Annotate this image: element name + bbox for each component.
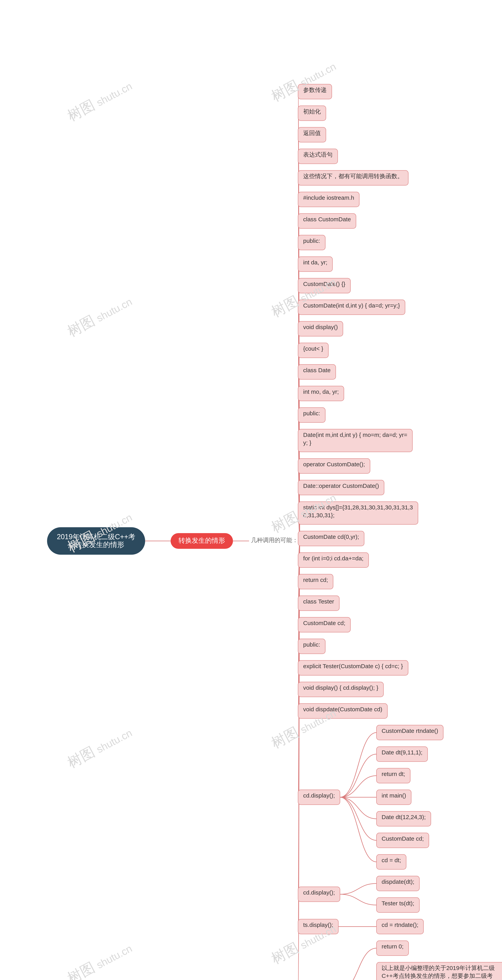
svg-text:class CustomDate: class CustomDate: [303, 216, 351, 223]
svg-text:class Date: class Date: [303, 367, 331, 373]
svg-text:表达式语句: 表达式语句: [303, 151, 333, 158]
mindmap-canvas: 2019年计算机二级C++考点转换发生的情形转换发生的情形几种调用的可能：参数传…: [0, 0, 502, 980]
svg-text:CustomDate cd(0,yr);: CustomDate cd(0,yr);: [303, 533, 359, 540]
svg-text:Date::operator CustomDate(): Date::operator CustomDate(): [303, 482, 379, 489]
level2-node: 几种调用的可能：: [251, 537, 298, 543]
svg-text:class Tester: class Tester: [303, 598, 334, 605]
svg-text:int mo, da, yr;: int mo, da, yr;: [303, 388, 339, 395]
svg-text:CustomDate cd;: CustomDate cd;: [382, 835, 424, 842]
svg-text:operator CustomDate();: operator CustomDate();: [303, 461, 365, 468]
svg-text:int main(): int main(): [382, 792, 406, 799]
svg-text:return cd;: return cd;: [303, 577, 328, 583]
svg-text:explicit Tester(CustomDate c) : explicit Tester(CustomDate c) { cd=c; }: [303, 663, 403, 669]
svg-text:参数传递: 参数传递: [303, 87, 327, 93]
svg-text:CustomDate() {}: CustomDate() {}: [303, 281, 345, 287]
svg-text:cd.display();: cd.display();: [303, 889, 335, 896]
svg-text:Date dt(12,24,3);: Date dt(12,24,3);: [382, 814, 426, 820]
svg-text:#include iostream.h: #include iostream.h: [303, 194, 354, 201]
svg-text:public:: public:: [303, 641, 320, 648]
svg-text:CustomDate(int d,int y) { da=d: CustomDate(int d,int y) { da=d; yr=y;}: [303, 302, 400, 309]
svg-text:{cout< }: {cout< }: [303, 345, 324, 352]
svg-text:Tester ts(dt);: Tester ts(dt);: [382, 900, 414, 907]
svg-text:void display(): void display(): [303, 324, 338, 330]
svg-text:public:: public:: [303, 237, 320, 244]
svg-text:void display() { cd.display();: void display() { cd.display(); }: [303, 684, 378, 691]
svg-text:int da, yr;: int da, yr;: [303, 259, 327, 266]
svg-text:返回值: 返回值: [303, 130, 321, 136]
svg-text:初始化: 初始化: [303, 108, 321, 115]
svg-text:CustomDate cd;: CustomDate cd;: [303, 620, 345, 626]
svg-text:cd.display();: cd.display();: [303, 792, 335, 799]
svg-text:for (int i=0;i cd.da+=da;: for (int i=0;i cd.da+=da;: [303, 555, 363, 562]
svg-text:dispdate(dt);: dispdate(dt);: [382, 878, 414, 885]
svg-text:Date dt(9,11,1);: Date dt(9,11,1);: [382, 749, 422, 756]
svg-text:cd = dt;: cd = dt;: [382, 857, 401, 863]
svg-text:public:: public:: [303, 410, 320, 417]
svg-text:cd = rtndate();: cd = rtndate();: [382, 921, 419, 928]
svg-text:CustomDate rtndate(): CustomDate rtndate(): [382, 727, 438, 734]
svg-text:转换发生的情形: 转换发生的情形: [178, 537, 225, 544]
svg-text:这些情况下，都有可能调用转换函数。: 这些情况下，都有可能调用转换函数。: [303, 173, 403, 179]
svg-text:ts.display();: ts.display();: [303, 921, 333, 928]
svg-text:void dispdate(CustomDate cd): void dispdate(CustomDate cd): [303, 706, 382, 713]
svg-text:return 0;: return 0;: [382, 943, 403, 950]
svg-text:return dt;: return dt;: [382, 771, 405, 777]
svg-text:2019年计算机二级C++考点转换发生的情形: 2019年计算机二级C++考点转换发生的情形: [57, 533, 135, 549]
